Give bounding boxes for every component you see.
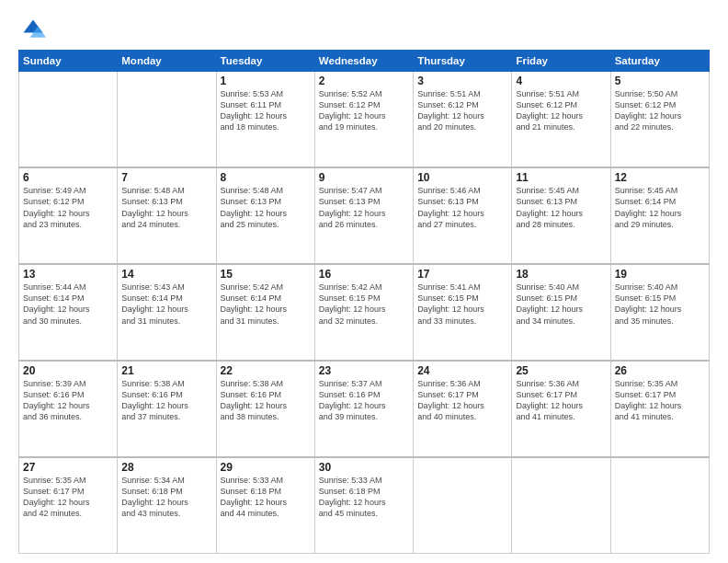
day-number: 23 [319, 364, 409, 377]
calendar-cell: 17Sunrise: 5:41 AM Sunset: 6:15 PM Dayli… [414, 264, 512, 361]
day-number: 18 [516, 268, 606, 281]
day-info: Sunrise: 5:51 AM Sunset: 6:12 PM Dayligh… [417, 88, 507, 133]
day-number: 14 [121, 268, 211, 281]
day-info: Sunrise: 5:40 AM Sunset: 6:15 PM Dayligh… [516, 282, 606, 327]
calendar-cell: 13Sunrise: 5:44 AM Sunset: 6:14 PM Dayli… [19, 264, 118, 361]
calendar-cell: 3Sunrise: 5:51 AM Sunset: 6:12 PM Daylig… [414, 72, 512, 168]
day-number: 2 [319, 75, 409, 87]
day-number: 6 [23, 171, 113, 184]
calendar-cell: 22Sunrise: 5:38 AM Sunset: 6:16 PM Dayli… [216, 361, 314, 457]
calendar-cell: 29Sunrise: 5:33 AM Sunset: 6:18 PM Dayli… [216, 457, 314, 554]
day-info: Sunrise: 5:33 AM Sunset: 6:18 PM Dayligh… [319, 475, 409, 520]
day-info: Sunrise: 5:44 AM Sunset: 6:14 PM Dayligh… [23, 282, 113, 327]
weekday-header: Sunday [19, 51, 118, 72]
day-info: Sunrise: 5:45 AM Sunset: 6:13 PM Dayligh… [516, 185, 606, 230]
day-info: Sunrise: 5:46 AM Sunset: 6:13 PM Dayligh… [417, 185, 507, 230]
calendar-cell: 12Sunrise: 5:45 AM Sunset: 6:14 PM Dayli… [610, 167, 709, 264]
page: SundayMondayTuesdayWednesdayThursdayFrid… [0, 0, 728, 563]
day-number: 17 [417, 268, 507, 281]
day-info: Sunrise: 5:41 AM Sunset: 6:15 PM Dayligh… [417, 282, 507, 327]
calendar-cell: 2Sunrise: 5:52 AM Sunset: 6:12 PM Daylig… [314, 72, 413, 168]
day-number: 21 [121, 364, 211, 377]
calendar-cell: 1Sunrise: 5:53 AM Sunset: 6:11 PM Daylig… [216, 72, 314, 168]
day-number: 29 [221, 461, 311, 474]
calendar-cell [118, 72, 216, 168]
calendar-cell: 8Sunrise: 5:48 AM Sunset: 6:13 PM Daylig… [216, 167, 314, 264]
day-number: 3 [417, 75, 507, 87]
calendar-cell: 28Sunrise: 5:34 AM Sunset: 6:18 PM Dayli… [118, 457, 216, 554]
day-number: 27 [23, 461, 113, 474]
day-info: Sunrise: 5:37 AM Sunset: 6:16 PM Dayligh… [319, 378, 409, 423]
calendar-cell: 15Sunrise: 5:42 AM Sunset: 6:14 PM Dayli… [216, 264, 314, 361]
day-info: Sunrise: 5:45 AM Sunset: 6:14 PM Dayligh… [615, 185, 705, 230]
day-info: Sunrise: 5:42 AM Sunset: 6:15 PM Dayligh… [319, 282, 409, 327]
header [18, 17, 710, 42]
day-number: 26 [615, 364, 705, 377]
day-info: Sunrise: 5:35 AM Sunset: 6:17 PM Dayligh… [23, 475, 113, 520]
calendar-cell: 19Sunrise: 5:40 AM Sunset: 6:15 PM Dayli… [610, 264, 709, 361]
day-info: Sunrise: 5:49 AM Sunset: 6:12 PM Dayligh… [23, 185, 113, 230]
day-number: 1 [221, 75, 311, 87]
day-info: Sunrise: 5:35 AM Sunset: 6:17 PM Dayligh… [615, 378, 705, 423]
calendar-cell: 14Sunrise: 5:43 AM Sunset: 6:14 PM Dayli… [118, 264, 216, 361]
calendar-cell: 24Sunrise: 5:36 AM Sunset: 6:17 PM Dayli… [414, 361, 512, 457]
weekday-header: Thursday [414, 51, 512, 72]
day-info: Sunrise: 5:40 AM Sunset: 6:15 PM Dayligh… [615, 282, 705, 327]
calendar-cell: 25Sunrise: 5:36 AM Sunset: 6:17 PM Dayli… [512, 361, 610, 457]
day-info: Sunrise: 5:53 AM Sunset: 6:11 PM Dayligh… [221, 88, 311, 133]
calendar-cell [512, 457, 610, 554]
day-number: 16 [319, 268, 409, 281]
calendar-cell: 9Sunrise: 5:47 AM Sunset: 6:13 PM Daylig… [314, 167, 413, 264]
day-info: Sunrise: 5:33 AM Sunset: 6:18 PM Dayligh… [221, 475, 311, 520]
calendar-cell: 10Sunrise: 5:46 AM Sunset: 6:13 PM Dayli… [414, 167, 512, 264]
calendar-cell: 21Sunrise: 5:38 AM Sunset: 6:16 PM Dayli… [118, 361, 216, 457]
calendar-cell: 20Sunrise: 5:39 AM Sunset: 6:16 PM Dayli… [19, 361, 118, 457]
day-number: 15 [221, 268, 311, 281]
day-number: 9 [319, 171, 409, 184]
calendar-table: SundayMondayTuesdayWednesdayThursdayFrid… [18, 50, 710, 554]
day-info: Sunrise: 5:39 AM Sunset: 6:16 PM Dayligh… [23, 378, 113, 423]
day-info: Sunrise: 5:48 AM Sunset: 6:13 PM Dayligh… [221, 185, 311, 230]
calendar-cell: 7Sunrise: 5:48 AM Sunset: 6:13 PM Daylig… [118, 167, 216, 264]
day-info: Sunrise: 5:50 AM Sunset: 6:12 PM Dayligh… [615, 88, 705, 133]
day-number: 19 [615, 268, 705, 281]
day-info: Sunrise: 5:47 AM Sunset: 6:13 PM Dayligh… [319, 185, 409, 230]
day-number: 24 [417, 364, 507, 377]
day-info: Sunrise: 5:34 AM Sunset: 6:18 PM Dayligh… [121, 475, 211, 520]
calendar-cell [19, 72, 118, 168]
day-number: 5 [615, 75, 705, 87]
day-number: 10 [417, 171, 507, 184]
day-info: Sunrise: 5:42 AM Sunset: 6:14 PM Dayligh… [221, 282, 311, 327]
day-number: 7 [121, 171, 211, 184]
day-number: 25 [516, 364, 606, 377]
calendar-cell [610, 457, 709, 554]
calendar-cell: 4Sunrise: 5:51 AM Sunset: 6:12 PM Daylig… [512, 72, 610, 168]
day-number: 13 [23, 268, 113, 281]
day-number: 22 [221, 364, 311, 377]
day-number: 8 [221, 171, 311, 184]
calendar-cell: 23Sunrise: 5:37 AM Sunset: 6:16 PM Dayli… [314, 361, 413, 457]
day-number: 4 [516, 75, 606, 87]
day-number: 28 [121, 461, 211, 474]
calendar-cell: 18Sunrise: 5:40 AM Sunset: 6:15 PM Dayli… [512, 264, 610, 361]
weekday-header: Saturday [610, 51, 709, 72]
calendar-cell [414, 457, 512, 554]
day-info: Sunrise: 5:48 AM Sunset: 6:13 PM Dayligh… [121, 185, 211, 230]
calendar-cell: 30Sunrise: 5:33 AM Sunset: 6:18 PM Dayli… [314, 457, 413, 554]
weekday-header: Tuesday [216, 51, 314, 72]
calendar-cell: 27Sunrise: 5:35 AM Sunset: 6:17 PM Dayli… [19, 457, 118, 554]
calendar-cell: 26Sunrise: 5:35 AM Sunset: 6:17 PM Dayli… [610, 361, 709, 457]
calendar-cell: 6Sunrise: 5:49 AM Sunset: 6:12 PM Daylig… [19, 167, 118, 264]
day-info: Sunrise: 5:38 AM Sunset: 6:16 PM Dayligh… [121, 378, 211, 423]
day-info: Sunrise: 5:36 AM Sunset: 6:17 PM Dayligh… [516, 378, 606, 423]
logo-icon [20, 17, 46, 42]
logo [18, 17, 50, 42]
day-info: Sunrise: 5:36 AM Sunset: 6:17 PM Dayligh… [417, 378, 507, 423]
day-number: 11 [516, 171, 606, 184]
day-number: 12 [615, 171, 705, 184]
day-info: Sunrise: 5:51 AM Sunset: 6:12 PM Dayligh… [516, 88, 606, 133]
weekday-header: Wednesday [314, 51, 413, 72]
calendar-cell: 5Sunrise: 5:50 AM Sunset: 6:12 PM Daylig… [610, 72, 709, 168]
calendar-cell: 11Sunrise: 5:45 AM Sunset: 6:13 PM Dayli… [512, 167, 610, 264]
day-number: 20 [23, 364, 113, 377]
